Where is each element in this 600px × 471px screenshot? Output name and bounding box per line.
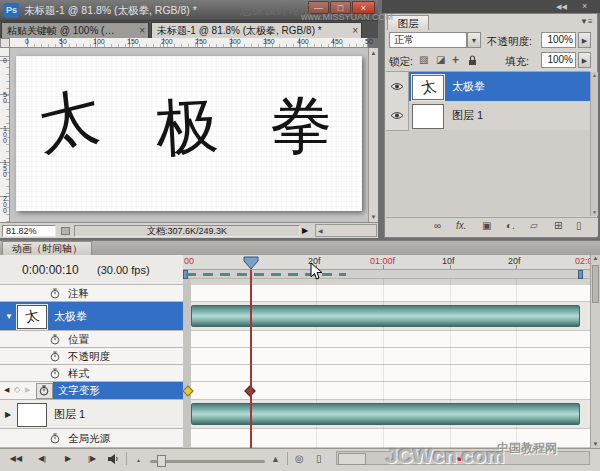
stopwatch-icon[interactable] [50,433,60,446]
layer-thumbnail[interactable] [412,104,444,129]
scrollbar-thumb[interactable] [338,453,366,465]
opacity-slider-icon[interactable]: ▶ [578,32,591,48]
layers-footer-bar: ∞ fx. ▣ ◐. ▱ ⊞ ▯ [386,217,598,236]
adjustment-layer-icon[interactable]: ◐. [506,220,515,231]
scroll-down-icon[interactable]: ▼ [369,214,378,220]
delete-keyframes-icon[interactable]: ▯ [316,453,322,464]
comments-track[interactable] [183,285,590,302]
status-menu-arrow[interactable]: ▶ [302,225,312,237]
toggle-onion-skins-icon[interactable]: ◎ [295,453,304,464]
timeline-zoom-slider-track[interactable] [150,460,265,463]
next-frame-button[interactable]: |▶ [82,452,102,465]
scrollbar-thumb[interactable] [592,265,599,303]
scroll-up-icon[interactable]: ▲ [369,48,378,56]
fill-slider-icon[interactable]: ▶ [578,52,591,68]
text-warp-property-row[interactable]: ◀ ◇ ▶ 文字变形 [0,382,183,400]
add-keyframe-diamond-icon[interactable]: ◇ [14,385,20,394]
document-size-info: 文档:307.6K/249.3K [74,225,300,237]
opacity-property-row[interactable]: 不透明度 [0,348,183,365]
comments-track-row[interactable]: 注释 [0,285,183,302]
timeline-panel-tab[interactable]: 动画（时间轴） [2,241,92,255]
tab-untitled-1[interactable]: 未标题-1 @ 81.8% (太极拳, RGB/8) * × [151,22,362,38]
stopwatch-icon[interactable] [50,334,60,347]
fill-field[interactable]: 100% [541,52,576,68]
delete-layer-icon[interactable]: ▯ [576,220,582,231]
global-light-label: 全局光源 [68,429,110,448]
link-layers-icon[interactable]: ∞ [434,220,441,231]
play-button[interactable]: ▶ [58,452,78,465]
visibility-toggle[interactable] [386,101,409,131]
lock-move-icon[interactable]: + [452,53,459,67]
lock-paint-icon[interactable]: ◪ [436,54,445,65]
current-timecode[interactable]: 0:00:00:10 [22,263,79,277]
text-warp-label[interactable]: 文字变形 [53,382,183,399]
zoom-in-timeline-icon[interactable]: ▲ [271,454,280,464]
panel-menu-icon[interactable]: ▼≡ [580,17,593,26]
add-mask-icon[interactable]: ▣ [482,220,491,231]
opacity-label: 不透明度: [487,35,532,49]
audio-toggle-icon[interactable] [108,454,119,466]
style-track[interactable] [183,365,590,382]
timeline-vertical-scrollbar[interactable]: ▲ ▼ [590,255,600,448]
opacity-track[interactable] [183,348,590,365]
opacity-field[interactable]: 100% [541,32,576,48]
stopwatch-icon[interactable] [50,368,60,381]
tab-close-icon[interactable]: × [139,23,145,38]
canvas-horizontal-scrollbar[interactable]: ◀ [315,224,377,237]
visibility-toggle[interactable] [386,72,409,102]
scroll-up-icon[interactable]: ▲ [591,72,598,78]
collapse-panels-icon[interactable]: ◀◀ [556,3,567,11]
new-group-icon[interactable]: ▱ [530,220,538,231]
timeline-layer-row-taijiquan[interactable]: ▼ 太 太极拳 [0,302,183,331]
lock-all-icon[interactable] [468,55,477,68]
stopwatch-enabled-icon[interactable] [36,383,53,399]
stopwatch-icon[interactable] [50,288,60,301]
layers-panel-tab[interactable]: 图层 [387,15,429,30]
style-property-row[interactable]: 样式 [0,365,183,382]
panel-close-icon[interactable]: × [582,1,587,11]
position-property-row[interactable]: 位置 [0,331,183,348]
layer-row-layer1[interactable]: 图层 1 [386,101,590,130]
canvas-pasteboard[interactable]: 太 极 拳 [10,48,368,222]
layer-style-fx-icon[interactable]: fx. [456,220,467,231]
scroll-down-icon[interactable]: ▼ [591,209,598,215]
ruler-number: 150 [127,38,139,45]
layer-name: 太极拳 [54,302,87,331]
watermark-site-url: JCWcn▪com [386,444,505,468]
photoshop-app-icon: Ps [4,3,19,18]
document-statusbar: 81.82% 文档:307.6K/249.3K ▶ ◀ [0,222,378,238]
layer-row-taijiquan[interactable]: 太 太极拳 [386,72,590,101]
tab-close-icon[interactable]: × [352,23,358,38]
layers-scrollbar[interactable]: ▲ ▼ [590,72,598,216]
blend-mode-select[interactable]: 正常 [389,32,467,48]
work-area-end-handle[interactable] [578,270,583,279]
expand-triangle-icon[interactable]: ▶ [5,410,11,419]
layer-thumbnail[interactable]: 太 [412,75,444,100]
blend-mode-dropdown-icon[interactable]: ▼ [467,32,481,48]
stopwatch-icon[interactable] [50,351,60,364]
canvas-document[interactable]: 太 极 拳 [16,56,362,211]
layer-name[interactable]: 太极拳 [452,72,485,101]
scroll-up-icon[interactable]: ▲ [591,255,600,261]
timeline-layer-row-layer1[interactable]: ▶ 图层 1 [0,400,183,429]
ruler-tick [383,265,384,269]
lock-label: 锁定: [389,55,413,69]
zoom-out-timeline-icon[interactable]: ▲ [136,457,141,463]
layer-thumbnail: 太 [17,305,47,329]
tab-paste-keyframes[interactable]: 粘贴关键帧 @ 100% (… × [1,22,149,38]
global-light-row[interactable]: 全局光源 [0,429,183,448]
scroll-down-icon[interactable]: ▼ [591,441,600,447]
next-keyframe-icon[interactable]: ▶ [25,386,30,394]
layer-name[interactable]: 图层 1 [452,101,483,130]
expand-triangle-icon[interactable]: ▼ [5,312,13,321]
previous-frame-button[interactable]: ◀| [32,452,52,465]
previous-keyframe-icon[interactable]: ◀ [4,386,9,394]
lock-transparency-icon[interactable]: ▨ [419,54,428,65]
go-to-first-frame-button[interactable]: ◀◀ [6,452,26,465]
timeline-zoom-slider-thumb[interactable] [157,455,166,467]
canvas-vertical-scrollbar[interactable]: ▲ ▼ [368,48,378,222]
new-layer-icon[interactable]: ⊞ [554,220,562,231]
playhead-marker[interactable] [243,256,259,272]
position-track[interactable] [183,331,590,348]
zoom-level-field[interactable]: 81.82% [2,225,56,237]
